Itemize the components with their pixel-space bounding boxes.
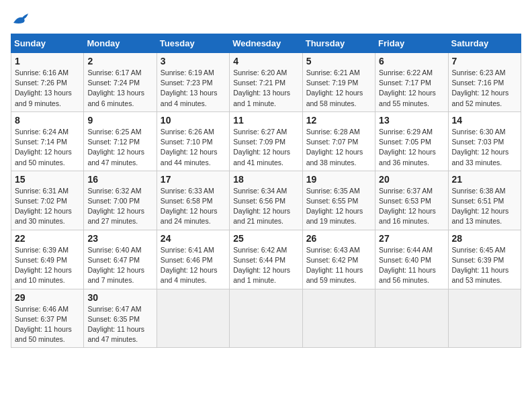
day-header-tuesday: Tuesday [157,34,229,53]
day-header-sunday: Sunday [11,34,84,53]
day-info: Sunrise: 6:26 AM Sunset: 7:10 PM Dayligh… [161,127,226,168]
day-info: Sunrise: 6:25 AM Sunset: 7:12 PM Dayligh… [87,127,152,168]
day-number: 29 [15,292,80,303]
day-number: 11 [233,115,298,126]
calendar-cell [230,289,302,348]
calendar-cell: 6Sunrise: 6:22 AM Sunset: 7:17 PM Daylig… [375,53,448,112]
day-number: 4 [233,56,298,66]
calendar-cell [448,289,521,348]
day-number: 26 [306,233,371,244]
calendar-cell: 13Sunrise: 6:29 AM Sunset: 7:05 PM Dayli… [375,111,448,171]
day-info: Sunrise: 6:30 AM Sunset: 7:03 PM Dayligh… [452,127,517,168]
day-number: 24 [161,233,226,244]
calendar-cell: 11Sunrise: 6:27 AM Sunset: 7:09 PM Dayli… [230,111,302,171]
calendar-week-row: 1Sunrise: 6:16 AM Sunset: 7:26 PM Daylig… [11,53,521,112]
day-header-thursday: Thursday [302,34,375,53]
day-number: 21 [452,174,517,185]
day-info: Sunrise: 6:43 AM Sunset: 6:42 PM Dayligh… [306,245,371,286]
calendar-cell: 2Sunrise: 6:17 AM Sunset: 7:24 PM Daylig… [84,53,157,112]
day-info: Sunrise: 6:47 AM Sunset: 6:35 PM Dayligh… [87,304,152,345]
day-header-wednesday: Wednesday [230,34,302,53]
day-info: Sunrise: 6:38 AM Sunset: 6:51 PM Dayligh… [452,186,517,227]
calendar-cell: 20Sunrise: 6:37 AM Sunset: 6:53 PM Dayli… [375,171,448,230]
calendar-cell [375,289,448,348]
calendar-cell: 21Sunrise: 6:38 AM Sunset: 6:51 PM Dayli… [448,171,521,230]
day-number: 3 [161,56,226,66]
calendar-week-row: 15Sunrise: 6:31 AM Sunset: 7:02 PM Dayli… [11,171,521,230]
day-info: Sunrise: 6:41 AM Sunset: 6:46 PM Dayligh… [161,245,226,286]
calendar-cell: 12Sunrise: 6:28 AM Sunset: 7:07 PM Dayli… [302,111,375,171]
day-info: Sunrise: 6:27 AM Sunset: 7:09 PM Dayligh… [233,127,298,168]
calendar-cell: 24Sunrise: 6:41 AM Sunset: 6:46 PM Dayli… [157,230,229,289]
day-header-friday: Friday [375,34,448,53]
calendar-cell: 22Sunrise: 6:39 AM Sunset: 6:49 PM Dayli… [11,230,84,289]
day-header-monday: Monday [84,34,157,53]
day-info: Sunrise: 6:28 AM Sunset: 7:07 PM Dayligh… [306,127,371,168]
calendar-cell: 10Sunrise: 6:26 AM Sunset: 7:10 PM Dayli… [157,111,229,171]
day-number: 6 [379,56,444,66]
day-number: 23 [87,233,152,244]
day-info: Sunrise: 6:40 AM Sunset: 6:47 PM Dayligh… [87,245,152,286]
day-info: Sunrise: 6:17 AM Sunset: 7:24 PM Dayligh… [87,68,152,109]
logo-icon [11,11,30,26]
day-info: Sunrise: 6:22 AM Sunset: 7:17 PM Dayligh… [379,68,444,109]
calendar-cell: 30Sunrise: 6:47 AM Sunset: 6:35 PM Dayli… [84,289,157,348]
day-info: Sunrise: 6:34 AM Sunset: 6:56 PM Dayligh… [233,186,298,227]
calendar-table: SundayMondayTuesdayWednesdayThursdayFrid… [11,34,521,348]
day-number: 16 [87,174,152,185]
day-info: Sunrise: 6:29 AM Sunset: 7:05 PM Dayligh… [379,127,444,168]
day-number: 19 [306,174,371,185]
calendar-cell: 4Sunrise: 6:20 AM Sunset: 7:21 PM Daylig… [230,53,302,112]
calendar-cell: 9Sunrise: 6:25 AM Sunset: 7:12 PM Daylig… [84,111,157,171]
day-number: 9 [87,115,152,126]
day-info: Sunrise: 6:42 AM Sunset: 6:44 PM Dayligh… [233,245,298,286]
calendar-cell: 18Sunrise: 6:34 AM Sunset: 6:56 PM Dayli… [230,171,302,230]
day-number: 1 [15,56,80,66]
day-number: 13 [379,115,444,126]
page-header [11,11,521,26]
day-number: 14 [452,115,517,126]
calendar-cell: 8Sunrise: 6:24 AM Sunset: 7:14 PM Daylig… [11,111,84,171]
calendar-cell: 19Sunrise: 6:35 AM Sunset: 6:55 PM Dayli… [302,171,375,230]
day-number: 15 [15,174,80,185]
day-number: 22 [15,233,80,244]
day-info: Sunrise: 6:31 AM Sunset: 7:02 PM Dayligh… [15,186,80,227]
calendar-cell: 16Sunrise: 6:32 AM Sunset: 7:00 PM Dayli… [84,171,157,230]
calendar-cell [157,289,229,348]
day-number: 18 [233,174,298,185]
day-info: Sunrise: 6:46 AM Sunset: 6:37 PM Dayligh… [15,304,80,345]
day-header-saturday: Saturday [448,34,521,53]
day-info: Sunrise: 6:45 AM Sunset: 6:39 PM Dayligh… [452,245,517,286]
calendar-cell: 26Sunrise: 6:43 AM Sunset: 6:42 PM Dayli… [302,230,375,289]
calendar-header-row: SundayMondayTuesdayWednesdayThursdayFrid… [11,34,521,53]
day-info: Sunrise: 6:33 AM Sunset: 6:58 PM Dayligh… [161,186,226,227]
calendar-cell: 1Sunrise: 6:16 AM Sunset: 7:26 PM Daylig… [11,53,84,112]
logo [11,11,32,26]
calendar-cell: 15Sunrise: 6:31 AM Sunset: 7:02 PM Dayli… [11,171,84,230]
day-number: 7 [452,56,517,66]
calendar-cell: 25Sunrise: 6:42 AM Sunset: 6:44 PM Dayli… [230,230,302,289]
calendar-cell: 17Sunrise: 6:33 AM Sunset: 6:58 PM Dayli… [157,171,229,230]
calendar-week-row: 22Sunrise: 6:39 AM Sunset: 6:49 PM Dayli… [11,230,521,289]
day-info: Sunrise: 6:16 AM Sunset: 7:26 PM Dayligh… [15,68,80,109]
day-number: 30 [87,292,152,303]
day-number: 5 [306,56,371,66]
calendar-cell: 14Sunrise: 6:30 AM Sunset: 7:03 PM Dayli… [448,111,521,171]
calendar-cell: 23Sunrise: 6:40 AM Sunset: 6:47 PM Dayli… [84,230,157,289]
day-info: Sunrise: 6:23 AM Sunset: 7:16 PM Dayligh… [452,68,517,109]
calendar-body: 1Sunrise: 6:16 AM Sunset: 7:26 PM Daylig… [11,53,521,348]
calendar-cell: 27Sunrise: 6:44 AM Sunset: 6:40 PM Dayli… [375,230,448,289]
day-number: 25 [233,233,298,244]
calendar-cell [302,289,375,348]
day-number: 2 [87,56,152,66]
calendar-cell: 28Sunrise: 6:45 AM Sunset: 6:39 PM Dayli… [448,230,521,289]
day-info: Sunrise: 6:39 AM Sunset: 6:49 PM Dayligh… [15,245,80,286]
calendar-cell: 3Sunrise: 6:19 AM Sunset: 7:23 PM Daylig… [157,53,229,112]
day-info: Sunrise: 6:37 AM Sunset: 6:53 PM Dayligh… [379,186,444,227]
day-number: 20 [379,174,444,185]
day-number: 27 [379,233,444,244]
day-info: Sunrise: 6:32 AM Sunset: 7:00 PM Dayligh… [87,186,152,227]
day-number: 8 [15,115,80,126]
day-info: Sunrise: 6:35 AM Sunset: 6:55 PM Dayligh… [306,186,371,227]
calendar-week-row: 8Sunrise: 6:24 AM Sunset: 7:14 PM Daylig… [11,111,521,171]
